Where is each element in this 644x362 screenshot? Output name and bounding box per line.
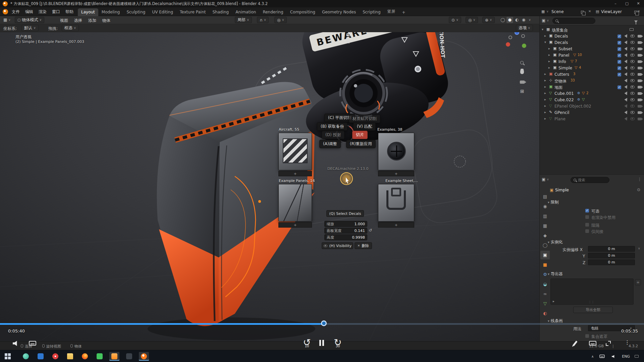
chevron-down-icon[interactable] bbox=[542, 27, 543, 31]
scale-field[interactable]: 缩放 1.000 bbox=[324, 221, 367, 227]
outliner-item-label[interactable]: Decals bbox=[554, 40, 568, 45]
visibility-button[interactable]: (H) Visibility bbox=[322, 242, 353, 249]
outliner-row-panel[interactable]: Panel 10 ✓ bbox=[540, 52, 644, 59]
scene-chevron-icon[interactable] bbox=[546, 10, 549, 13]
viewport-canvas[interactable]: BEWARE OF TION-HOT HOT bbox=[0, 32, 539, 341]
decal-add-button[interactable]: + bbox=[378, 171, 414, 176]
outliner-row-scene-collection[interactable]: 场景集合 bbox=[540, 27, 644, 33]
select-decals-button[interactable]: (Q) Select Decals bbox=[326, 210, 364, 217]
decal-thumbnail-examples[interactable] bbox=[378, 133, 414, 170]
selectable-icon[interactable] bbox=[624, 53, 629, 58]
camera-icon[interactable] bbox=[638, 105, 642, 108]
snap-toggle[interactable] bbox=[257, 17, 269, 23]
chevron-right-icon[interactable] bbox=[544, 85, 546, 88]
overlays-toggle[interactable] bbox=[466, 17, 478, 23]
properties-search[interactable] bbox=[571, 177, 609, 183]
blender-menu-icon[interactable] bbox=[3, 9, 8, 14]
camera-icon[interactable] bbox=[638, 92, 642, 95]
pan-tool[interactable] bbox=[520, 70, 524, 75]
start-button[interactable] bbox=[3, 352, 13, 361]
exclude-checkbox[interactable]: ✓ bbox=[618, 47, 621, 51]
outliner-row-ground[interactable]: 地面 ✓ bbox=[540, 84, 644, 90]
outliner-row-gpencil[interactable]: GPencil bbox=[540, 110, 644, 116]
shading-chevron-icon[interactable] bbox=[529, 18, 531, 21]
offset-y-field[interactable]: 0 m bbox=[588, 253, 635, 258]
editor-type-icon[interactable] bbox=[542, 177, 545, 181]
eye-icon[interactable] bbox=[630, 73, 635, 76]
holdout-checkbox[interactable] bbox=[585, 223, 589, 227]
axis-neg2-icon[interactable] bbox=[508, 36, 512, 39]
tab-animation[interactable]: Animation bbox=[232, 8, 259, 16]
exclude-checkbox[interactable]: ✓ bbox=[618, 85, 621, 89]
pie-match[interactable]: (V) 匹配 bbox=[353, 122, 376, 131]
eye-icon[interactable] bbox=[630, 111, 635, 114]
tab-view-layer[interactable] bbox=[540, 222, 550, 230]
decal-thumbnail-panels[interactable] bbox=[278, 184, 312, 222]
outliner-row-plane[interactable]: Plane bbox=[540, 116, 644, 122]
taskbar-app-dark[interactable] bbox=[124, 352, 134, 361]
selectability-toggle[interactable] bbox=[449, 17, 461, 23]
render-disable-checkbox[interactable] bbox=[585, 215, 589, 219]
mask-checkbox[interactable] bbox=[585, 334, 589, 338]
eye-icon[interactable] bbox=[630, 117, 635, 120]
camera-icon[interactable] bbox=[638, 118, 642, 120]
exclude-checkbox[interactable]: ✓ bbox=[618, 66, 621, 70]
chevron-right-icon[interactable] bbox=[548, 59, 550, 63]
tab-texture-paint[interactable]: Texture Paint bbox=[176, 8, 209, 16]
mode-dropdown[interactable]: 物体模式 bbox=[15, 17, 44, 23]
outliner-search[interactable] bbox=[552, 18, 595, 24]
pie-adjust[interactable]: (A)调整 bbox=[319, 140, 341, 148]
menu-file[interactable]: 文件 bbox=[9, 7, 23, 16]
breadcrumb[interactable]: Simple bbox=[555, 188, 569, 192]
camera-icon[interactable] bbox=[638, 111, 642, 114]
selectable-checkbox[interactable]: ✓ bbox=[585, 209, 589, 213]
shortcut-button[interactable] bbox=[589, 341, 596, 347]
tray-volume-icon[interactable] bbox=[612, 355, 616, 358]
shading-rendered-icon[interactable] bbox=[522, 18, 525, 22]
editor-type-chevron-icon[interactable] bbox=[8, 18, 11, 21]
chevron-right-icon[interactable] bbox=[544, 72, 546, 76]
tab-physics[interactable] bbox=[540, 280, 550, 289]
menu-render[interactable]: 渲染 bbox=[36, 7, 50, 16]
tab-sculpting[interactable]: Sculpting bbox=[123, 8, 149, 16]
orientation-dropdown[interactable]: 局部 bbox=[235, 17, 252, 23]
decal-thumbnail-sheet[interactable] bbox=[378, 184, 414, 222]
tab-object-data[interactable] bbox=[540, 299, 550, 308]
outliner-item-label[interactable]: EPanel Object.002 bbox=[554, 104, 591, 109]
tab-shading[interactable]: Shading bbox=[209, 8, 232, 16]
annotate-video-button[interactable] bbox=[574, 341, 576, 347]
selectable-icon[interactable] bbox=[624, 85, 629, 89]
tray-expand-icon[interactable]: ∧ bbox=[591, 355, 594, 358]
camera-icon[interactable] bbox=[638, 41, 642, 44]
delete-scene-icon[interactable] bbox=[588, 10, 591, 13]
outliner-item-label[interactable]: Plane bbox=[554, 117, 566, 121]
taskbar-blender[interactable] bbox=[139, 352, 149, 361]
add-workspace-button[interactable] bbox=[399, 9, 409, 16]
outliner-row-info[interactable]: Info 7 ✓ bbox=[540, 59, 644, 65]
options-icon[interactable] bbox=[638, 177, 642, 181]
selectable-icon[interactable] bbox=[624, 79, 629, 83]
drag-dropdown[interactable]: 框选 bbox=[62, 25, 79, 31]
scene-name[interactable]: Scene bbox=[551, 9, 564, 14]
gizmos-toggle[interactable] bbox=[482, 17, 495, 23]
coord-dropdown[interactable]: 默认 bbox=[21, 25, 39, 31]
chevron-right-icon[interactable] bbox=[544, 117, 546, 120]
eye-icon[interactable] bbox=[630, 92, 635, 95]
camera-icon[interactable] bbox=[638, 73, 642, 76]
eye-icon[interactable] bbox=[630, 98, 635, 101]
camera-icon[interactable] bbox=[638, 67, 642, 69]
camera-icon[interactable] bbox=[638, 35, 642, 38]
rewind-button[interactable]: 10 bbox=[300, 338, 314, 348]
outliner-item-label[interactable]: GPencil bbox=[554, 110, 569, 115]
screen-icon[interactable] bbox=[630, 28, 634, 31]
outliner-row-cutters[interactable]: Cutters 3 ✓ bbox=[540, 71, 644, 78]
fullscreen-button[interactable] bbox=[606, 341, 611, 347]
menu-help[interactable]: 帮助 bbox=[62, 7, 76, 16]
tray-keyboard-icon[interactable] bbox=[600, 355, 605, 358]
chevron-right-icon[interactable] bbox=[544, 110, 546, 114]
outliner-row-cube001[interactable]: Cube.001 ⚙ 2 bbox=[540, 90, 644, 97]
forward-button[interactable]: 30 bbox=[331, 338, 345, 348]
shading-solid-icon[interactable] bbox=[506, 17, 513, 23]
camera-view-tool[interactable] bbox=[520, 80, 524, 84]
outliner-item-label[interactable]: Panel bbox=[558, 53, 569, 58]
